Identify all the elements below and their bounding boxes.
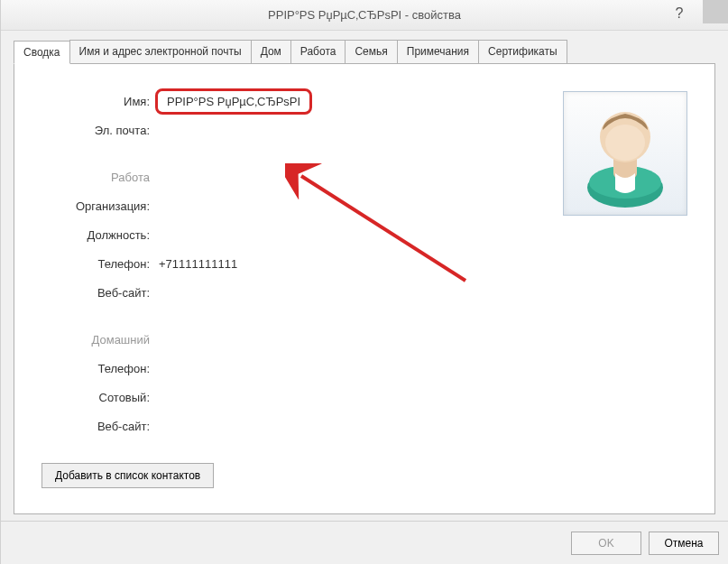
titlebar: РРІР°РЅ РџРµС‚СЂРѕРІ - свойства ? <box>1 0 728 31</box>
name-label: Имя: <box>41 95 159 108</box>
properties-window: РРІР°РЅ РџРµС‚СЂРѕРІ - свойства ? Сводка… <box>0 0 728 564</box>
tab-home[interactable]: Дом <box>251 40 291 63</box>
svg-point-4 <box>605 125 645 161</box>
tab-notes[interactable]: Примечания <box>397 40 479 63</box>
name-value-highlight: РРІР°РЅ РџРµС‚СЂРѕРІ <box>155 88 312 115</box>
ok-button[interactable]: OK <box>571 532 641 555</box>
tab-summary[interactable]: Сводка <box>14 41 70 64</box>
help-button[interactable]: ? <box>667 4 692 23</box>
window-title: РРІР°РЅ РџРµС‚СЂРѕРІ - свойства <box>1 8 728 22</box>
add-contact-button[interactable]: Добавить в список контактов <box>41 463 214 488</box>
email-label: Эл. почта: <box>41 124 159 137</box>
position-label: Должность: <box>41 228 159 242</box>
home-website-label: Веб-сайт: <box>41 420 159 433</box>
org-label: Организация: <box>41 199 159 213</box>
website-label: Веб-сайт: <box>41 286 159 300</box>
name-value: РРІР°РЅ РџРµС‚СЂРѕРІ <box>167 95 300 108</box>
tab-work[interactable]: Работа <box>290 40 346 63</box>
home-section-label: Домашний <box>41 333 159 347</box>
cancel-button[interactable]: Отмена <box>649 532 719 555</box>
phone-label: Телефон: <box>41 257 159 271</box>
content-area: Сводка Имя и адрес электронной почты Дом… <box>1 31 728 521</box>
summary-panel: Имя: РРІР°РЅ РџРµС‚СЂРѕРІ Эл. почта: <box>14 63 715 514</box>
avatar-icon <box>576 99 675 208</box>
phone-value: +71111111111 <box>159 257 536 271</box>
mobile-label: Сотовый: <box>41 391 159 404</box>
tab-family[interactable]: Семья <box>345 40 397 63</box>
home-phone-label: Телефон: <box>41 362 159 375</box>
close-button[interactable] <box>703 0 728 23</box>
avatar <box>563 91 687 216</box>
dialog-footer: OK Отмена <box>1 521 728 564</box>
tab-name-email[interactable]: Имя и адрес электронной почты <box>69 40 252 63</box>
work-section-label: Работа <box>41 171 159 184</box>
tabstrip: Сводка Имя и адрес электронной почты Дом… <box>14 40 715 63</box>
tab-certificates[interactable]: Сертификаты <box>478 40 567 63</box>
